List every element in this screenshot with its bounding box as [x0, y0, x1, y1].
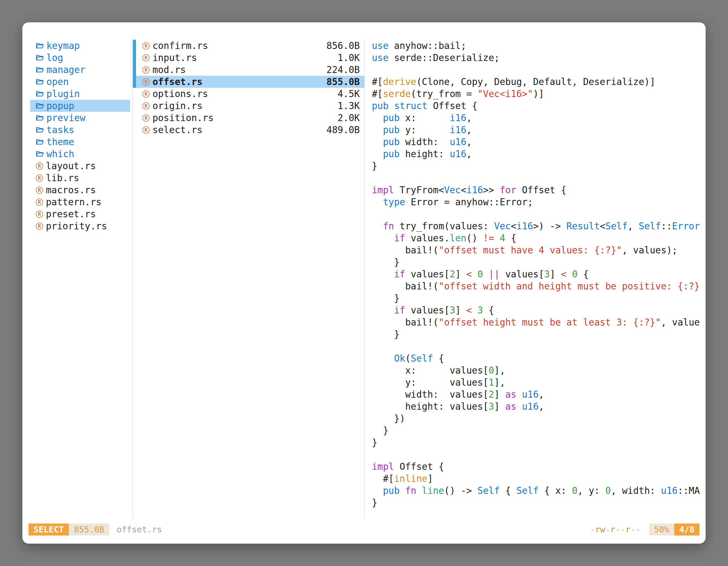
status-bar-right: -rw-r--r-- 50% 4/8 [590, 523, 699, 536]
code-line: }) [372, 412, 706, 424]
file-name: select.rs [152, 125, 203, 135]
mode-badge: SELECT [29, 523, 69, 536]
file-size: 489.0B [327, 125, 360, 135]
code-line: if values.len() != 4 { [372, 232, 706, 244]
file-name: options.rs [152, 88, 208, 99]
code-line: } [372, 436, 706, 448]
file-label: priority.rs [46, 221, 107, 232]
folder-icon [36, 103, 44, 109]
file-item-layout.rs[interactable]: Rlayout.rs [30, 160, 130, 172]
file-size: 4.5K [338, 88, 360, 99]
file-size: 1.0K [338, 52, 360, 63]
code-line: bail!("offset height must be at least 3:… [372, 316, 706, 328]
file-item-options.rs[interactable]: Roptions.rs4.5K [133, 88, 364, 100]
code-line: } [372, 256, 706, 268]
folder-label: log [46, 52, 63, 63]
parent-pane: keymaplogmanageropenpluginpopuppreviewta… [22, 40, 132, 519]
code-line: #[derive(Clone, Copy, Debug, Default, De… [372, 76, 706, 88]
file-item-confirm.rs[interactable]: Rconfirm.rs856.0B [133, 40, 364, 52]
current-pane: Rconfirm.rs856.0BRinput.rs1.0KRmod.rs224… [132, 40, 365, 519]
folder-icon [36, 91, 44, 97]
file-item-select.rs[interactable]: Rselect.rs489.0B [133, 124, 364, 136]
rust-file-icon: R [142, 126, 150, 134]
code-line: #[inline] [372, 473, 706, 485]
folder-label: which [46, 149, 74, 159]
folder-item-theme[interactable]: theme [30, 136, 130, 148]
folder-label: manager [46, 64, 85, 75]
file-item-lib.rs[interactable]: Rlib.rs [30, 172, 130, 184]
folder-label: plugin [46, 88, 80, 99]
file-label: pattern.rs [46, 197, 102, 208]
folder-label: preview [46, 112, 85, 123]
rust-file-icon: R [142, 78, 150, 86]
rust-file-icon: R [142, 54, 150, 62]
folder-icon [36, 43, 44, 49]
rust-file-icon: R [36, 175, 43, 182]
folder-item-tasks[interactable]: tasks [30, 124, 130, 136]
file-item-position.rs[interactable]: Rposition.rs2.0K [133, 112, 364, 124]
file-label: macros.rs [46, 185, 96, 196]
folder-item-preview[interactable]: preview [30, 112, 130, 124]
folder-item-log[interactable]: log [30, 52, 130, 64]
file-item-pattern.rs[interactable]: Rpattern.rs [30, 196, 130, 208]
file-name: confirm.rs [152, 40, 208, 51]
code-line: } [372, 292, 706, 304]
file-name: position.rs [152, 112, 214, 123]
code-line: pub x: i16, [372, 112, 706, 124]
file-size: 856.0B [327, 40, 360, 51]
code-line: x: values[0], [372, 364, 706, 376]
folder-item-plugin[interactable]: plugin [30, 88, 130, 100]
file-item-origin.rs[interactable]: Rorigin.rs1.3K [133, 100, 364, 112]
file-size: 2.0K [338, 112, 360, 123]
folder-item-keymap[interactable]: keymap [30, 40, 130, 52]
code-line: impl Offset { [372, 461, 706, 473]
rust-file-icon: R [142, 90, 150, 98]
code-line: fn try_from(values: Vec<i16>) -> Result<… [372, 220, 706, 232]
file-size-badge: 855.0B [69, 523, 109, 536]
rust-file-icon: R [36, 223, 43, 230]
code-line: width: values[2] as u16, [372, 388, 706, 400]
rust-file-icon: R [36, 211, 43, 218]
file-name: mod.rs [152, 64, 186, 75]
file-item-offset.rs[interactable]: Roffset.rs855.0B [133, 76, 364, 88]
code-line: pub y: i16, [372, 124, 706, 136]
file-item-priority.rs[interactable]: Rpriority.rs [30, 220, 130, 232]
file-size: 1.3K [338, 100, 360, 111]
file-name: input.rs [152, 52, 197, 63]
panes-container: keymaplogmanageropenpluginpopuppreviewta… [22, 22, 706, 519]
folder-icon [36, 79, 44, 85]
file-manager-window: keymaplogmanageropenpluginpopuppreviewta… [22, 22, 706, 544]
file-size: 224.0B [327, 64, 360, 75]
rust-file-icon: R [36, 187, 43, 194]
folder-icon [36, 55, 44, 61]
file-item-mod.rs[interactable]: Rmod.rs224.0B [133, 64, 364, 76]
folder-item-open[interactable]: open [30, 76, 130, 88]
folder-item-manager[interactable]: manager [30, 64, 130, 76]
code-line: pub height: u16, [372, 148, 706, 160]
folder-item-popup[interactable]: popup [30, 100, 130, 112]
code-line [372, 64, 706, 76]
code-line: y: values[1], [372, 376, 706, 388]
file-item-macros.rs[interactable]: Rmacros.rs [30, 184, 130, 196]
folder-label: popup [46, 100, 74, 111]
code-line: type Error = anyhow::Error; [372, 196, 706, 208]
folder-item-which[interactable]: which [30, 148, 130, 160]
file-size: 855.0B [327, 76, 360, 87]
folder-label: keymap [46, 40, 80, 51]
cursor-position-badge: 4/8 [674, 523, 699, 536]
code-line: bail!("offset must have 4 values: {:?}",… [372, 244, 706, 256]
code-line: use anyhow::bail; [372, 40, 706, 52]
folder-icon [36, 67, 44, 73]
file-item-preset.rs[interactable]: Rpreset.rs [30, 208, 130, 220]
rust-file-icon: R [142, 42, 150, 50]
code-line [372, 340, 706, 352]
file-label: preset.rs [46, 209, 96, 220]
rust-file-icon: R [142, 66, 150, 74]
folder-label: open [46, 76, 69, 87]
folder-label: tasks [46, 125, 74, 135]
preview-pane: use anyhow::bail;use serde::Deserialize;… [365, 40, 706, 519]
file-item-input.rs[interactable]: Rinput.rs1.0K [133, 52, 364, 64]
code-line: pub struct Offset { [372, 100, 706, 112]
code-line: if values[2] < 0 || values[3] < 0 { [372, 268, 706, 280]
status-bar-left: SELECT 855.0B offset.rs [29, 523, 590, 536]
